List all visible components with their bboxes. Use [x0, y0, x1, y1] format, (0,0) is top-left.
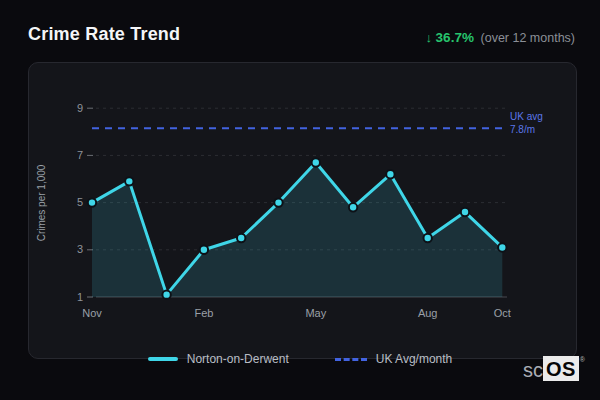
dashed-line-swatch	[335, 358, 367, 361]
crime-trend-chart: 13579UK avg7.8/mNovFebMayAugOctCrimes pe…	[29, 63, 576, 358]
svg-text:3: 3	[77, 243, 83, 255]
svg-text:9: 9	[77, 102, 83, 114]
svg-text:Feb: Feb	[194, 307, 213, 319]
legend-label: UK Avg/month	[376, 352, 453, 366]
change-period: (over 12 months)	[481, 31, 575, 45]
legend-item-norton-on-derwent[interactable]: Norton-on-Derwent	[148, 352, 289, 366]
chart-legend: Norton-on-Derwent UK Avg/month	[0, 352, 600, 366]
svg-text:5: 5	[77, 196, 83, 208]
legend-label: Norton-on-Derwent	[187, 352, 289, 366]
svg-text:Aug: Aug	[418, 307, 438, 319]
chart-card: 13579UK avg7.8/mNovFebMayAugOctCrimes pe…	[28, 62, 577, 359]
solid-line-swatch	[148, 357, 178, 361]
logo-prefix: sc	[523, 356, 543, 380]
page-title: Crime Rate Trend	[28, 24, 180, 45]
svg-text:UK avg7.8/m: UK avg7.8/m	[510, 111, 543, 135]
registered-mark: ®	[580, 356, 585, 363]
svg-text:Oct: Oct	[494, 307, 511, 319]
legend-item-uk-avg[interactable]: UK Avg/month	[335, 352, 453, 366]
trend-indicator: ↓ 36.7% (over 12 months)	[425, 30, 575, 45]
svg-text:Nov: Nov	[82, 307, 102, 319]
svg-text:1: 1	[77, 291, 83, 303]
down-arrow-icon: ↓	[425, 30, 432, 45]
scos-logo: scOS®	[523, 356, 585, 381]
svg-text:May: May	[305, 307, 326, 319]
logo-box: OS	[543, 356, 579, 381]
svg-text:7: 7	[77, 149, 83, 161]
svg-text:Crimes per 1,000: Crimes per 1,000	[36, 164, 47, 241]
change-percent: 36.7%	[436, 30, 474, 45]
